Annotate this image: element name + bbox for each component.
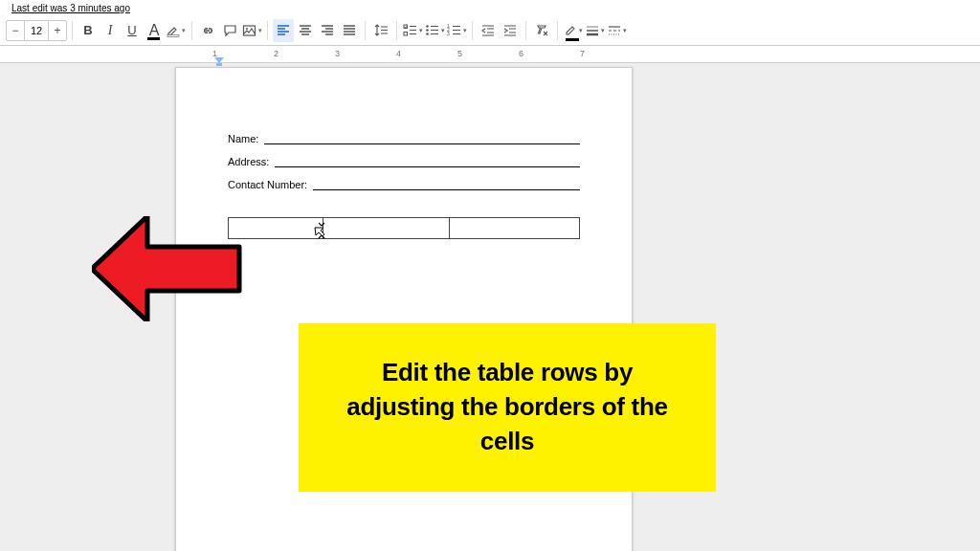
line-spacing-button[interactable] [370, 19, 391, 42]
separator [191, 21, 192, 40]
form-row-address: Address: [228, 154, 580, 167]
align-left-button[interactable] [273, 19, 294, 42]
name-label: Name: [228, 133, 258, 144]
font-size-box: − 12 + [6, 20, 67, 41]
numbered-list-button[interactable]: 123▾ [446, 19, 467, 42]
name-input-line[interactable] [264, 131, 580, 144]
svg-rect-11 [216, 63, 222, 66]
address-input-line[interactable] [275, 154, 580, 167]
italic-button[interactable]: I [100, 19, 121, 42]
font-size-increase[interactable]: + [49, 21, 66, 40]
last-edit-link[interactable]: Last edit was 3 minutes ago [11, 3, 130, 13]
indent-marker[interactable] [214, 54, 224, 71]
checklist-button[interactable]: ▾ [402, 19, 423, 42]
align-justify-button[interactable] [339, 19, 360, 42]
separator [525, 21, 526, 40]
underline-button[interactable]: U [122, 19, 143, 42]
separator [557, 21, 558, 40]
highlight-color-button[interactable]: ▾ [166, 19, 187, 42]
table-cell[interactable] [323, 218, 450, 239]
svg-point-5 [426, 25, 429, 28]
text-color-button[interactable]: A [144, 19, 165, 42]
separator [472, 21, 473, 40]
ruler-num-6: 6 [519, 49, 523, 58]
decrease-indent-button[interactable] [478, 19, 499, 42]
clear-formatting-button[interactable] [531, 19, 552, 42]
ruler-num-7: 7 [580, 49, 585, 58]
svg-point-6 [426, 29, 429, 32]
bold-button[interactable]: B [78, 19, 99, 42]
svg-rect-0 [167, 34, 179, 36]
border-style-button[interactable]: ▾ [607, 19, 628, 42]
border-width-button[interactable]: ▾ [585, 19, 606, 42]
align-right-button[interactable] [317, 19, 338, 42]
canvas-area: 1 2 3 4 5 6 7 Name: Address: Contact Num… [0, 46, 980, 551]
ruler-num-4: 4 [396, 49, 401, 58]
svg-point-7 [426, 33, 429, 35]
form-row-name: Name: [228, 131, 580, 144]
align-center-button[interactable] [295, 19, 316, 42]
increase-indent-button[interactable] [500, 19, 521, 42]
table-cell[interactable] [229, 218, 323, 239]
toolbar: − 12 + B I U A ▾ ▾ ▾ ▾ 123▾ [0, 15, 980, 46]
ruler-num-5: 5 [457, 49, 462, 58]
horizontal-ruler[interactable]: 1 2 3 4 5 6 7 [0, 46, 980, 63]
instruction-text: Edit the table rows by adjusting the bor… [325, 356, 689, 459]
instruction-callout: Edit the table rows by adjusting the bor… [299, 323, 716, 492]
separator [396, 21, 397, 40]
address-label: Address: [228, 156, 269, 167]
ruler-num-2: 2 [274, 49, 278, 58]
contact-label: Contact Number: [228, 179, 307, 190]
font-size-value[interactable]: 12 [24, 21, 49, 40]
separator [365, 21, 366, 40]
insert-comment-button[interactable] [219, 19, 240, 42]
table-row[interactable] [229, 218, 580, 239]
ruler-num-3: 3 [335, 49, 340, 58]
svg-rect-4 [404, 33, 408, 36]
form-row-contact: Contact Number: [228, 177, 580, 190]
header-bar: Last edit was 3 minutes ago [0, 0, 980, 15]
document-table[interactable] [228, 217, 580, 239]
table-cell[interactable] [450, 218, 580, 239]
separator [72, 21, 73, 40]
bulleted-list-button[interactable]: ▾ [424, 19, 445, 42]
font-size-decrease[interactable]: − [7, 21, 24, 40]
contact-input-line[interactable] [313, 177, 580, 190]
insert-image-button[interactable]: ▾ [241, 19, 262, 42]
separator [267, 21, 268, 40]
border-color-button[interactable]: ▾ [563, 19, 584, 42]
insert-link-button[interactable] [197, 19, 218, 42]
svg-point-2 [246, 28, 248, 30]
svg-text:3: 3 [447, 31, 450, 36]
